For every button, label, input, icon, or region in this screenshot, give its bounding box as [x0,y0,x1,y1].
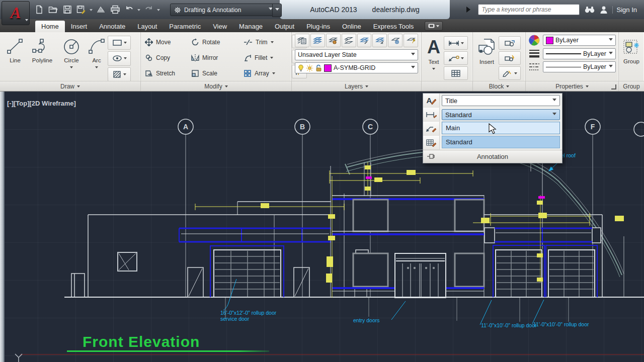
undo-button[interactable] [123,4,135,16]
redo-button[interactable] [143,4,154,16]
text-dropdown-icon[interactable] [432,68,435,71]
layer-color-swatch[interactable] [324,64,332,72]
hatch-dropdown-icon [123,73,126,77]
modify-panel-label[interactable]: Modify [141,81,291,91]
edit-attributes-button[interactable] [499,51,521,65]
ucs-icon[interactable] [15,354,22,362]
tab-manage[interactable]: Manage [233,21,269,32]
dim-style-option-main[interactable]: Main [442,122,560,134]
layer-states-button[interactable] [310,34,325,47]
undo-split-arrow-icon[interactable] [137,9,140,13]
copy-tool-button[interactable]: Copy [145,50,191,65]
layer-settings-button[interactable] [388,34,403,47]
dim-style-option-standard[interactable]: Standard [442,136,560,148]
tab-home[interactable]: Home [35,21,65,32]
trim-dropdown-icon[interactable] [271,41,274,45]
dimension-style-combo[interactable]: Standard [442,109,560,120]
text-style-combo[interactable]: Title [442,95,560,106]
pin-icon[interactable] [427,153,435,160]
layer-unlock-icon[interactable] [315,64,322,72]
table-tool-button[interactable] [444,66,468,80]
object-color-combo[interactable]: ByLayer [543,35,616,46]
stretch-tool-button[interactable]: Stretch [145,65,191,81]
annotation-panel-label[interactable] [422,81,472,91]
array-tool-button[interactable]: Array [244,65,292,81]
layer-freeze-button[interactable] [357,34,372,47]
lineweight-icon[interactable] [528,49,540,59]
ribbon-display-toggle-button[interactable] [425,21,443,31]
draw-panel: Line Polyline Circle Arc [0,32,141,91]
tab-parametric[interactable]: Parametric [163,21,207,32]
save-button[interactable] [61,4,73,16]
tab-express-tools[interactable]: Express Tools [367,21,420,32]
tab-online[interactable]: Online [336,21,367,32]
tab-insert[interactable]: Insert [65,21,94,32]
leader-tool-button[interactable] [444,51,468,65]
polyline-tool-button[interactable]: Polyline [27,33,57,81]
save-split-arrow-icon[interactable] [90,9,93,13]
layer-on-bulb-icon[interactable] [298,64,304,72]
block-panel-label[interactable]: Block [473,81,525,91]
dimension-tool-button[interactable] [444,36,468,50]
draw-panel-label[interactable]: Draw [0,81,140,91]
viewport-controls[interactable]: [-][Top][2D Wireframe] [7,100,76,107]
tab-plugins[interactable]: Plug-ins [300,21,336,32]
move-tool-button[interactable]: Move [145,34,191,50]
ellipse-tool-button[interactable] [108,51,131,65]
layer-walk-button[interactable] [404,34,418,47]
arc-dropdown-icon[interactable] [95,66,98,70]
search-input[interactable] [478,4,580,15]
layer-state-combo[interactable]: Unsaved Layer State [295,49,418,60]
properties-dialog-launcher[interactable] [611,84,616,89]
layer-unisolate-button[interactable] [342,34,356,47]
redo-split-arrow-icon[interactable] [157,9,160,13]
sign-in-link[interactable]: Sign In [612,6,637,14]
rectangle-tool-button[interactable] [108,36,131,50]
flyout-footer[interactable]: Annotation [423,150,562,163]
tab-output[interactable]: Output [269,21,300,32]
array-dropdown-icon[interactable] [272,72,275,76]
fillet-tool-button[interactable]: Fillet [244,50,292,65]
search-binoculars-icon[interactable] [584,5,595,14]
lineweight-combo[interactable]: ByLayer [543,48,616,59]
infocenter-expand-button[interactable] [466,7,473,13]
text-tool-button[interactable]: A Text [424,34,444,80]
circle-dropdown-icon[interactable] [70,66,73,70]
fillet-dropdown-icon[interactable] [270,57,273,60]
new-button[interactable] [33,4,45,16]
plot-button[interactable] [95,4,107,16]
workspace-switcher[interactable]: Drafting & Annotation [170,4,277,16]
user-icon[interactable] [600,6,608,14]
print-button[interactable] [109,4,121,16]
rotate-tool-button[interactable]: Rotate [191,34,244,50]
create-block-button[interactable] [499,36,521,50]
layer-properties-button[interactable] [295,34,309,47]
layer-isolate-button[interactable] [326,34,341,47]
line-tool-button[interactable]: Line [3,33,27,81]
arc-tool-button[interactable]: Arc [86,33,108,81]
workspace-extra-dropdown[interactable] [272,4,282,17]
color-wheel-icon[interactable] [528,34,540,46]
linetype-combo[interactable]: ByLayer [543,61,616,72]
application-menu-button[interactable]: A [2,1,30,25]
properties-panel-label[interactable]: Properties [526,81,618,91]
circle-tool-button[interactable]: Circle [57,33,86,81]
scale-tool-button[interactable]: Scale [191,65,244,81]
trim-tool-button[interactable]: Trim [244,34,292,50]
open-button[interactable] [47,4,59,16]
linetype-icon[interactable] [528,62,540,72]
group-panel-label[interactable]: Group [619,81,644,91]
group-button[interactable]: Group [622,35,640,64]
mirror-tool-button[interactable]: Mirror [191,50,244,65]
layer-thaw-sun-icon[interactable] [306,64,313,72]
tab-annotate[interactable]: Annotate [93,21,131,32]
block-editor-button[interactable] [499,66,521,80]
save-as-button[interactable] [75,4,87,16]
layer-combo[interactable]: A-SYMB-GRID [295,62,418,73]
insert-block-button[interactable]: Insert [475,34,499,80]
layer-lock-button[interactable] [372,34,387,47]
tab-layout[interactable]: Layout [131,21,163,32]
tab-view[interactable]: View [207,21,233,32]
layers-panel-label[interactable]: Layers [292,81,421,91]
hatch-tool-button[interactable] [108,67,131,81]
